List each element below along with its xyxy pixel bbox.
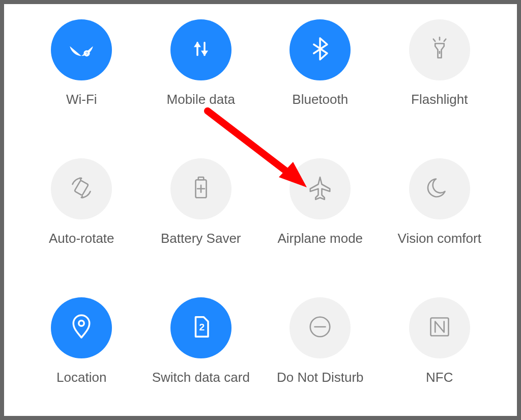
tile-flashlight: Flashlight — [383, 19, 497, 128]
bluetooth-label: Bluetooth — [292, 92, 348, 107]
do-not-disturb-toggle[interactable] — [290, 297, 351, 358]
location-label: Location — [56, 370, 106, 385]
svg-point-11 — [79, 321, 84, 326]
airplane-mode-toggle[interactable] — [290, 158, 351, 219]
tile-nfc: NFC — [383, 297, 497, 406]
vision-comfort-toggle[interactable] — [409, 158, 470, 219]
data-arrows-icon — [187, 35, 215, 65]
location-pin-icon — [67, 313, 96, 343]
bluetooth-icon — [306, 35, 334, 65]
tile-battery-saver: Battery Saver — [144, 158, 258, 267]
quick-settings-screenshot: ? Wi-Fi Mobile data Bluetooth — [0, 0, 521, 420]
moon-icon — [425, 174, 454, 204]
tile-wifi: ? Wi-Fi — [24, 19, 139, 128]
wifi-icon: ? — [67, 35, 96, 65]
mobile-data-label: Mobile data — [167, 92, 235, 107]
battery-saver-toggle[interactable] — [170, 158, 231, 219]
battery-saver-label: Battery Saver — [161, 231, 241, 246]
svg-text:?: ? — [85, 51, 88, 56]
switch-data-card-toggle[interactable]: 2 — [170, 297, 231, 358]
tile-vision-comfort: Vision comfort — [383, 158, 497, 267]
tile-airplane-mode: Airplane mode — [263, 158, 378, 267]
dnd-icon — [306, 313, 334, 343]
auto-rotate-label: Auto-rotate — [49, 231, 114, 246]
nfc-label: NFC — [426, 370, 453, 385]
rotate-icon — [67, 174, 96, 204]
nfc-icon — [425, 313, 454, 343]
switch-data-card-label: Switch data card — [152, 370, 250, 385]
svg-rect-8 — [198, 177, 204, 180]
vision-comfort-label: Vision comfort — [398, 231, 481, 246]
flashlight-icon — [425, 35, 454, 65]
mobile-data-toggle[interactable] — [170, 19, 231, 80]
wifi-label: Wi-Fi — [66, 92, 97, 107]
battery-plus-icon — [187, 174, 215, 204]
svg-rect-6 — [75, 180, 89, 195]
tile-location: Location — [24, 297, 139, 406]
nfc-toggle[interactable] — [409, 297, 470, 358]
sim-number: 2 — [199, 322, 205, 332]
flashlight-label: Flashlight — [411, 92, 468, 107]
tile-switch-data-card: 2 Switch data card — [144, 297, 258, 406]
location-toggle[interactable] — [51, 297, 112, 358]
svg-line-4 — [433, 39, 436, 41]
airplane-mode-label: Airplane mode — [277, 231, 363, 246]
flashlight-toggle[interactable] — [409, 19, 470, 80]
do-not-disturb-label: Do Not Disturb — [277, 370, 364, 385]
airplane-icon — [306, 174, 334, 204]
tile-bluetooth: Bluetooth — [263, 19, 378, 128]
tile-auto-rotate: Auto-rotate — [24, 158, 139, 267]
tile-mobile-data: Mobile data — [144, 19, 258, 128]
bluetooth-toggle[interactable] — [290, 19, 351, 80]
auto-rotate-toggle[interactable] — [51, 158, 112, 219]
wifi-toggle[interactable]: ? — [51, 19, 112, 80]
svg-line-5 — [444, 39, 446, 41]
tile-do-not-disturb: Do Not Disturb — [263, 297, 378, 406]
sim-card-icon: 2 — [187, 313, 215, 343]
quick-settings-grid: ? Wi-Fi Mobile data Bluetooth — [4, 4, 517, 416]
